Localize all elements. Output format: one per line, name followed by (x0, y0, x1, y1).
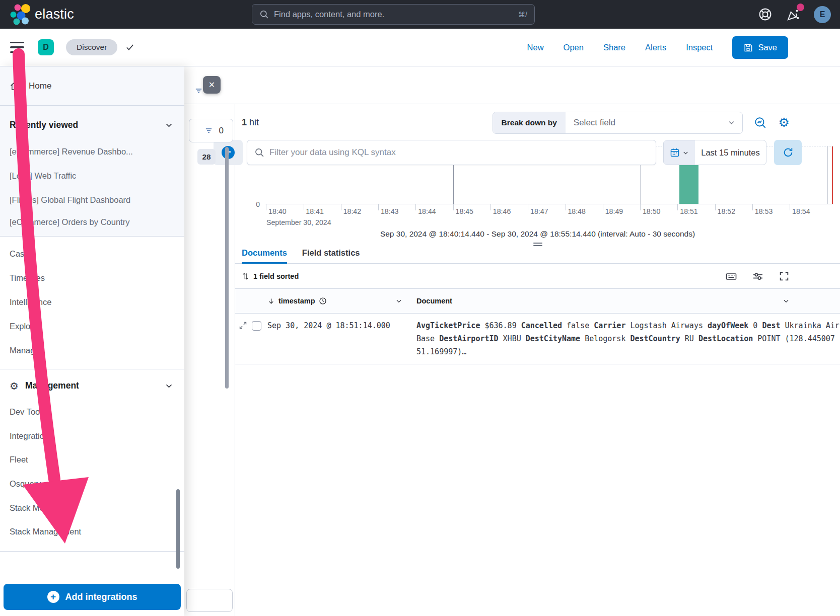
breadcrumb-discover[interactable]: Discover (66, 39, 117, 55)
search-icon (259, 10, 269, 19)
tab-field-statistics[interactable]: Field statistics (302, 248, 360, 263)
chevron-down-icon[interactable] (395, 297, 402, 304)
timestamp-cell: Sep 30, 2024 @ 18:51:14.000 (267, 319, 416, 364)
chevron-down-icon (682, 149, 689, 156)
tab-documents[interactable]: Documents (242, 248, 287, 263)
search-icon (254, 147, 264, 158)
new-button[interactable]: New (527, 43, 544, 52)
doc-count-badge: 28 (197, 149, 216, 165)
fields-panel-scrollbar[interactable] (225, 147, 229, 389)
breakdown-label: Break down by (493, 112, 566, 133)
nav-item-osquery[interactable]: Osquery (0, 472, 184, 496)
keyboard-icon (725, 270, 737, 282)
date-picker-calendar-button[interactable] (664, 140, 695, 165)
kql-query-input[interactable] (269, 147, 649, 158)
user-avatar[interactable]: E (814, 6, 831, 23)
column-header-document[interactable]: Document (416, 297, 840, 305)
chart-options-button[interactable]: ⚙ (779, 116, 790, 129)
nav-item-recent-3[interactable]: [eCommerce] Orders by Country (0, 212, 184, 236)
help-icon[interactable] (758, 7, 773, 22)
home-icon (10, 81, 20, 91)
nav-item-manage[interactable]: Manage (0, 338, 184, 362)
open-button[interactable]: Open (564, 43, 584, 52)
nav-item-stack-monitoring[interactable]: Stack Monitoring (0, 496, 184, 520)
chevron-down-icon (165, 121, 173, 129)
inspect-button[interactable]: Inspect (686, 43, 713, 52)
alerts-button[interactable]: Alerts (645, 43, 666, 52)
refresh-button[interactable] (774, 140, 802, 165)
save-button[interactable]: Save (732, 36, 788, 59)
nav-item-integrations[interactable]: Integrations (0, 424, 184, 448)
global-search-input[interactable] (274, 10, 513, 19)
sliders-icon (752, 270, 764, 282)
add-integrations-button[interactable]: + Add integrations (4, 584, 181, 610)
fields-panel-input-fragment[interactable] (186, 589, 233, 612)
current-time-marker (832, 146, 833, 204)
kql-query-bar[interactable] (247, 140, 656, 165)
resize-handle[interactable] (235, 241, 840, 248)
nav-item-recent-2[interactable]: [Flights] Global Flight Dashboard (0, 188, 184, 212)
fullscreen-button[interactable] (779, 271, 790, 282)
brand-name: elastic (35, 7, 74, 22)
nav-item-recent-0[interactable]: [eCommerce] Revenue Dashbo... (0, 139, 184, 164)
display-options-button[interactable] (752, 270, 764, 282)
elastic-logo[interactable]: elastic (0, 2, 74, 28)
grid-header: timestamp Document (235, 289, 840, 314)
edit-visualization-button[interactable] (754, 116, 767, 129)
navigation-drawer: Home Recently viewed [eCommerce] Revenue… (0, 66, 184, 616)
breakdown-select[interactable]: Break down by Select field (493, 112, 743, 134)
nav-item-timelines[interactable]: Timelines (0, 266, 184, 290)
nav-item-dev-tools[interactable]: Dev Tools (0, 400, 184, 424)
x-tick-label: 18:52 (718, 207, 736, 215)
x-tick-label: 18:40 (268, 207, 287, 215)
news-feed-button[interactable] (786, 7, 801, 22)
gear-icon: ⚙ (779, 115, 790, 129)
nav-item-intelligence[interactable]: Intelligence (0, 290, 184, 314)
nav-section-management[interactable]: ⚙ Management (0, 369, 184, 400)
field-type-filter[interactable]: 0 (189, 119, 233, 142)
x-axis-date-label: September 30, 2024 (266, 218, 331, 226)
x-tick-label: 18:49 (605, 207, 623, 215)
chevron-down-icon[interactable] (783, 297, 790, 304)
field-filter-icon[interactable] (194, 87, 203, 95)
expand-row-icon[interactable] (239, 321, 247, 330)
x-tick-label: 18:41 (306, 207, 324, 215)
vertical-gridline (827, 146, 828, 204)
x-tick-label: 18:42 (343, 207, 362, 215)
x-tick-label: 18:48 (568, 207, 586, 215)
nav-item-explore[interactable]: Explore (0, 314, 184, 338)
results-tabs: Documents Field statistics (235, 248, 840, 264)
lens-chart-icon (754, 116, 767, 129)
hits-count: 1 hit (242, 117, 259, 128)
nav-item-cases[interactable]: Cases (0, 242, 184, 266)
x-tick-label: 18:53 (755, 207, 773, 215)
time-range-label[interactable]: Last 15 minutes (695, 140, 766, 165)
x-tick-label: 18:50 (643, 207, 661, 215)
nav-item-recent-1[interactable]: [Logs] Web Traffic (0, 164, 184, 188)
discover-app-badge[interactable]: D (38, 39, 54, 55)
nav-item-stack-management[interactable]: Stack Management (0, 520, 184, 544)
plus-circle-icon: + (47, 591, 59, 603)
date-picker: Last 15 minutes (663, 140, 766, 165)
sort-desc-arrow-icon (267, 297, 275, 305)
nav-scrollbar[interactable] (176, 489, 180, 569)
nav-item-fleet[interactable]: Fleet (0, 448, 184, 472)
search-shortcut: ⌘/ (518, 11, 527, 19)
time-interval-note: Sep 30, 2024 @ 18:40:14.440 - Sep 30, 20… (235, 229, 840, 241)
nav-item-home[interactable]: Home (0, 66, 184, 106)
nav-section-recently-viewed[interactable]: Recently viewed (0, 106, 184, 139)
x-tick-label: 18:43 (381, 207, 399, 215)
global-header: elastic ⌘/ E (0, 0, 840, 29)
menu-hamburger-button[interactable] (10, 41, 24, 54)
close-popover-button[interactable]: ✕ (203, 76, 221, 94)
row-checkbox[interactable] (252, 321, 261, 331)
discover-main: 1 hit Break down by Select field ⚙ (235, 104, 840, 616)
sorted-fields-button[interactable]: 1 field sorted (242, 272, 299, 280)
x-tick-label: 18:54 (792, 207, 810, 215)
global-search[interactable]: ⌘/ (252, 4, 535, 25)
column-header-timestamp[interactable]: timestamp (267, 297, 416, 305)
chevron-down-icon (165, 381, 173, 390)
app-toolbar: D Discover New Open Share Alerts Inspect… (0, 29, 840, 66)
keyboard-shortcuts-button[interactable] (725, 270, 737, 282)
share-button[interactable]: Share (603, 43, 625, 52)
